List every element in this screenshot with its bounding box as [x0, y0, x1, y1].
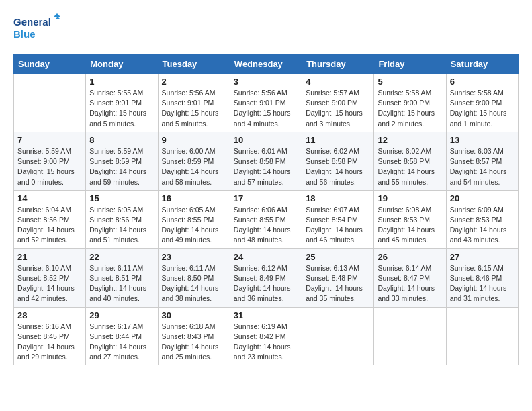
calendar-cell: 21Sunrise: 6:10 AMSunset: 8:52 PMDayligh…: [14, 248, 86, 307]
calendar-cell: 2Sunrise: 5:56 AMSunset: 9:01 PMDaylight…: [158, 74, 230, 132]
day-info: Sunrise: 6:00 AMSunset: 8:59 PMDaylight:…: [162, 146, 226, 187]
day-number: 8: [89, 135, 154, 145]
day-number: 26: [378, 252, 442, 262]
calendar-cell: 22Sunrise: 6:11 AMSunset: 8:51 PMDayligh…: [86, 248, 158, 307]
calendar-cell: 11Sunrise: 6:02 AMSunset: 8:58 PMDayligh…: [302, 132, 374, 190]
day-info: Sunrise: 6:02 AMSunset: 8:58 PMDaylight:…: [306, 146, 370, 187]
day-info: Sunrise: 5:59 AMSunset: 9:00 PMDaylight:…: [17, 146, 82, 187]
day-info: Sunrise: 6:16 AMSunset: 8:45 PMDaylight:…: [17, 322, 82, 363]
day-info: Sunrise: 6:06 AMSunset: 8:55 PMDaylight:…: [234, 205, 298, 246]
day-number: 20: [450, 193, 515, 203]
week-row-5: 28Sunrise: 6:16 AMSunset: 8:45 PMDayligh…: [14, 307, 519, 365]
day-info: Sunrise: 5:58 AMSunset: 9:00 PMDaylight:…: [378, 88, 442, 129]
day-number: 5: [378, 77, 442, 87]
day-number: 21: [17, 252, 82, 262]
day-number: 16: [162, 193, 226, 203]
calendar-cell: 9Sunrise: 6:00 AMSunset: 8:59 PMDaylight…: [158, 132, 230, 190]
day-number: 13: [450, 135, 515, 145]
day-info: Sunrise: 6:12 AMSunset: 8:49 PMDaylight:…: [234, 263, 298, 304]
day-info: Sunrise: 6:11 AMSunset: 8:50 PMDaylight:…: [162, 263, 226, 304]
calendar-cell: [374, 307, 446, 365]
day-number: 18: [306, 193, 370, 203]
day-info: Sunrise: 6:13 AMSunset: 8:48 PMDaylight:…: [306, 263, 370, 304]
day-info: Sunrise: 6:07 AMSunset: 8:54 PMDaylight:…: [306, 205, 370, 246]
calendar-cell: 28Sunrise: 6:16 AMSunset: 8:45 PMDayligh…: [14, 307, 86, 365]
day-number: 24: [234, 252, 298, 262]
day-number: 6: [450, 77, 515, 87]
week-row-4: 21Sunrise: 6:10 AMSunset: 8:52 PMDayligh…: [14, 248, 519, 307]
day-number: 17: [234, 193, 298, 203]
day-info: Sunrise: 6:03 AMSunset: 8:57 PMDaylight:…: [450, 146, 515, 187]
header-saturday: Saturday: [446, 55, 518, 74]
header-monday: Monday: [86, 55, 158, 74]
calendar-cell: 6Sunrise: 5:58 AMSunset: 9:00 PMDaylight…: [446, 74, 518, 132]
calendar-cell: 12Sunrise: 6:02 AMSunset: 8:58 PMDayligh…: [374, 132, 446, 190]
calendar-cell: 29Sunrise: 6:17 AMSunset: 8:44 PMDayligh…: [86, 307, 158, 365]
day-number: 30: [162, 310, 226, 320]
day-number: 11: [306, 135, 370, 145]
day-number: 2: [162, 77, 226, 87]
day-info: Sunrise: 6:05 AMSunset: 8:55 PMDaylight:…: [162, 205, 226, 246]
calendar-cell: 17Sunrise: 6:06 AMSunset: 8:55 PMDayligh…: [230, 190, 302, 248]
day-info: Sunrise: 6:11 AMSunset: 8:51 PMDaylight:…: [89, 263, 154, 304]
svg-text:Blue: Blue: [13, 28, 36, 40]
day-number: 19: [378, 193, 442, 203]
calendar-cell: 7Sunrise: 5:59 AMSunset: 9:00 PMDaylight…: [14, 132, 86, 190]
header-thursday: Thursday: [302, 55, 374, 74]
svg-marker-2: [54, 13, 60, 17]
logo: General Blue: [13, 13, 60, 44]
calendar-cell: 30Sunrise: 6:18 AMSunset: 8:43 PMDayligh…: [158, 307, 230, 365]
week-row-2: 7Sunrise: 5:59 AMSunset: 9:00 PMDaylight…: [14, 132, 519, 190]
calendar-cell: 8Sunrise: 5:59 AMSunset: 8:59 PMDaylight…: [86, 132, 158, 190]
calendar-cell: 23Sunrise: 6:11 AMSunset: 8:50 PMDayligh…: [158, 248, 230, 307]
calendar-cell: 4Sunrise: 5:57 AMSunset: 9:00 PMDaylight…: [302, 74, 374, 132]
day-number: 14: [17, 193, 82, 203]
day-number: 4: [306, 77, 370, 87]
calendar-cell: 14Sunrise: 6:04 AMSunset: 8:56 PMDayligh…: [14, 190, 86, 248]
day-number: 28: [17, 310, 82, 320]
calendar-cell: 19Sunrise: 6:08 AMSunset: 8:53 PMDayligh…: [374, 190, 446, 248]
calendar-cell: 10Sunrise: 6:01 AMSunset: 8:58 PMDayligh…: [230, 132, 302, 190]
calendar-cell: 16Sunrise: 6:05 AMSunset: 8:55 PMDayligh…: [158, 190, 230, 248]
day-number: 12: [378, 135, 442, 145]
calendar-cell: 25Sunrise: 6:13 AMSunset: 8:48 PMDayligh…: [302, 248, 374, 307]
svg-marker-3: [55, 17, 60, 19]
day-info: Sunrise: 6:14 AMSunset: 8:47 PMDaylight:…: [378, 263, 442, 304]
day-info: Sunrise: 5:59 AMSunset: 8:59 PMDaylight:…: [89, 146, 154, 187]
day-info: Sunrise: 6:19 AMSunset: 8:42 PMDaylight:…: [234, 322, 298, 363]
day-info: Sunrise: 5:55 AMSunset: 9:01 PMDaylight:…: [89, 88, 154, 129]
day-info: Sunrise: 6:02 AMSunset: 8:58 PMDaylight:…: [378, 146, 442, 187]
calendar-cell: 18Sunrise: 6:07 AMSunset: 8:54 PMDayligh…: [302, 190, 374, 248]
day-number: 22: [89, 252, 154, 262]
header-wednesday: Wednesday: [230, 55, 302, 74]
svg-text:General: General: [13, 16, 51, 28]
calendar-cell: 5Sunrise: 5:58 AMSunset: 9:00 PMDaylight…: [374, 74, 446, 132]
day-info: Sunrise: 6:17 AMSunset: 8:44 PMDaylight:…: [89, 322, 154, 363]
day-info: Sunrise: 6:04 AMSunset: 8:56 PMDaylight:…: [17, 205, 82, 246]
calendar-header-row: SundayMondayTuesdayWednesdayThursdayFrid…: [14, 55, 519, 74]
calendar-cell: [446, 307, 518, 365]
calendar-cell: 3Sunrise: 5:56 AMSunset: 9:01 PMDaylight…: [230, 74, 302, 132]
calendar-cell: 24Sunrise: 6:12 AMSunset: 8:49 PMDayligh…: [230, 248, 302, 307]
day-info: Sunrise: 6:15 AMSunset: 8:46 PMDaylight:…: [450, 263, 515, 304]
header-tuesday: Tuesday: [158, 55, 230, 74]
calendar-cell: 13Sunrise: 6:03 AMSunset: 8:57 PMDayligh…: [446, 132, 518, 190]
calendar-cell: 27Sunrise: 6:15 AMSunset: 8:46 PMDayligh…: [446, 248, 518, 307]
day-number: 31: [234, 310, 298, 320]
day-number: 29: [89, 310, 154, 320]
calendar-cell: 26Sunrise: 6:14 AMSunset: 8:47 PMDayligh…: [374, 248, 446, 307]
day-info: Sunrise: 6:10 AMSunset: 8:52 PMDaylight:…: [17, 263, 82, 304]
calendar-cell: [302, 307, 374, 365]
day-number: 23: [162, 252, 226, 262]
day-number: 10: [234, 135, 298, 145]
page-header: General Blue: [13, 13, 519, 44]
day-info: Sunrise: 6:08 AMSunset: 8:53 PMDaylight:…: [378, 205, 442, 246]
calendar-cell: [14, 74, 86, 132]
logo-svg: General Blue: [13, 13, 60, 44]
day-number: 7: [17, 135, 82, 145]
day-number: 1: [89, 77, 154, 87]
week-row-3: 14Sunrise: 6:04 AMSunset: 8:56 PMDayligh…: [14, 190, 519, 248]
header-sunday: Sunday: [14, 55, 86, 74]
calendar-cell: 20Sunrise: 6:09 AMSunset: 8:53 PMDayligh…: [446, 190, 518, 248]
day-info: Sunrise: 5:58 AMSunset: 9:00 PMDaylight:…: [450, 88, 515, 129]
